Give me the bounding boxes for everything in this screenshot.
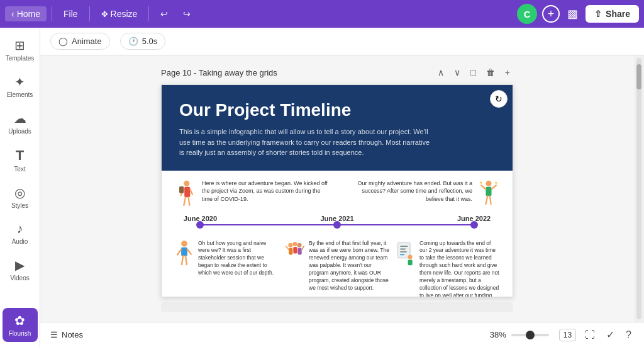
svg-rect-26 <box>293 246 297 253</box>
mid3-text: Coming up towards the end of our 2 year … <box>419 240 500 298</box>
sidebar-item-videos[interactable]: ▶ Videos <box>3 253 38 287</box>
svg-line-18 <box>187 249 191 254</box>
timeline-dot-mid <box>333 221 341 229</box>
bottom-bar: ☰ Notes 38% 13 ⛶ ✓ ? <box>40 322 644 347</box>
check-icon[interactable]: ✓ <box>604 326 617 343</box>
canvas-scroll[interactable]: Page 10 - Taking away the grids ∧ ∨ □ 🗑 … <box>40 55 634 322</box>
move-down-button[interactable]: ∨ <box>451 65 464 79</box>
svg-text:★: ★ <box>479 180 482 185</box>
timeline-dot-right <box>470 221 478 229</box>
top-bar: ‹ Home File ✥ Resize ↩ ↪ C + ▩ ⇧ Share <box>0 0 644 28</box>
file-button[interactable]: File <box>57 6 84 21</box>
scroll-track <box>636 58 641 319</box>
redo-button[interactable]: ↪ <box>177 6 197 21</box>
timeline-container: June 2020 June 2021 June 2022 <box>174 217 500 232</box>
zoom-slider[interactable] <box>511 334 549 336</box>
animate-label: Animate <box>72 37 102 46</box>
svg-line-5 <box>189 197 190 205</box>
svg-point-34 <box>408 254 413 259</box>
svg-line-27 <box>286 246 289 249</box>
audio-label: Audio <box>12 238 28 245</box>
elements-icon: ✦ <box>14 74 25 89</box>
undo-button[interactable]: ↩ <box>154 6 174 21</box>
mid-story-row: Oh but how young and naive were we? It w… <box>174 240 500 298</box>
mid-block-2: By the end of that first full year, it w… <box>285 240 389 298</box>
home-button[interactable]: ‹ Home <box>5 6 47 21</box>
svg-line-19 <box>182 256 183 265</box>
refresh-button[interactable]: ↻ <box>490 90 508 108</box>
story1-text: Here is where our adventure began. We ki… <box>202 179 331 211</box>
styles-icon: ◎ <box>14 185 25 200</box>
svg-point-23 <box>297 242 302 247</box>
right-scrollbar[interactable] <box>634 55 644 322</box>
templates-icon: ⊞ <box>14 38 25 53</box>
sidebar-bottom: ✿ Flourish <box>3 308 38 342</box>
mid-block-3: Coming up towards the end of our 2 year … <box>396 240 500 298</box>
share-icon: ⇧ <box>594 9 602 19</box>
page-header-actions: ∧ ∨ □ 🗑 + <box>435 65 513 79</box>
story-block-2: Our mighty adventure has ended. But was … <box>343 179 500 211</box>
notes-label: Notes <box>62 330 83 339</box>
sidebar-item-styles[interactable]: ◎ Styles <box>3 180 38 214</box>
zoom-percent: 38% <box>490 330 506 339</box>
duplicate-button[interactable]: □ <box>467 65 479 79</box>
svg-rect-16 <box>181 247 187 256</box>
sidebar: ⊞ Templates ✦ Elements ☁ Uploads T Text … <box>0 28 40 347</box>
svg-line-12 <box>490 196 491 204</box>
svg-rect-30 <box>400 246 408 247</box>
divider3 <box>148 6 149 21</box>
help-icon[interactable]: ? <box>623 327 634 343</box>
animate-button[interactable]: ◯ Animate <box>50 33 110 50</box>
mid1-text: Oh but how young and naive were we? It w… <box>198 240 279 298</box>
elements-label: Elements <box>7 91 33 98</box>
undo-icon: ↩ <box>160 9 168 19</box>
resize-button[interactable]: ✥ Resize <box>95 6 144 21</box>
svg-rect-24 <box>297 247 301 254</box>
fullscreen-icon[interactable]: ⛶ <box>582 327 597 343</box>
svg-line-3 <box>190 189 192 194</box>
sidebar-item-text[interactable]: T Text <box>3 142 38 178</box>
sidebar-item-uploads[interactable]: ☁ Uploads <box>3 106 38 140</box>
chart-icon[interactable]: ▩ <box>565 4 580 23</box>
share-button[interactable]: ⇧ Share <box>586 5 639 23</box>
styles-label: Styles <box>11 202 28 209</box>
svg-line-4 <box>184 197 186 205</box>
timeline-dot-left <box>196 221 204 229</box>
delete-button[interactable]: 🗑 <box>483 65 498 79</box>
story2-text: Our mighty adventure has ended. But was … <box>343 179 472 211</box>
flourish-icon: ✿ <box>14 313 25 328</box>
avatar: C <box>517 4 537 24</box>
sidebar-item-flourish[interactable]: ✿ Flourish <box>3 308 38 342</box>
slide-body: Here is where our adventure began. We ki… <box>162 171 513 298</box>
notes-button[interactable]: ☰ Notes <box>50 330 83 339</box>
divider <box>52 6 52 21</box>
text-label: Text <box>14 166 25 173</box>
svg-line-20 <box>186 256 187 265</box>
duration-button[interactable]: 🕐 5.0s <box>120 33 166 50</box>
svg-rect-8 <box>486 186 491 196</box>
content-area: ◯ Animate 🕐 5.0s Page 10 - Taking away t… <box>40 28 644 347</box>
templates-label: Templates <box>6 55 35 62</box>
slide-title: Our Project Timeline <box>179 100 495 120</box>
story-illus-1 <box>174 179 197 211</box>
divider2 <box>89 6 90 21</box>
slide-subtitle: This is a simple infographic that will a… <box>179 127 431 158</box>
sidebar-item-audio[interactable]: ♪ Audio <box>3 217 38 250</box>
svg-line-28 <box>302 246 304 249</box>
svg-rect-6 <box>179 186 184 193</box>
mid2-text: By the end of that first full year, it w… <box>309 240 389 298</box>
sidebar-item-templates[interactable]: ⊞ Templates <box>3 33 38 67</box>
top-story-row: Here is where our adventure began. We ki… <box>174 179 500 211</box>
move-up-button[interactable]: ∧ <box>435 65 447 79</box>
add-page-button[interactable]: + <box>502 65 513 79</box>
resize-icon: ✥ <box>101 9 108 19</box>
slide-canvas: ↻ Our Project Timeline This is a simple … <box>161 84 513 297</box>
svg-line-17 <box>177 249 181 254</box>
svg-point-7 <box>486 180 491 186</box>
svg-rect-35 <box>408 259 413 265</box>
share-label: Share <box>606 9 630 19</box>
sidebar-item-elements[interactable]: ✦ Elements <box>3 69 38 103</box>
add-button[interactable]: + <box>542 5 560 23</box>
zoom-area: 38% <box>490 330 549 339</box>
svg-rect-1 <box>184 186 190 196</box>
